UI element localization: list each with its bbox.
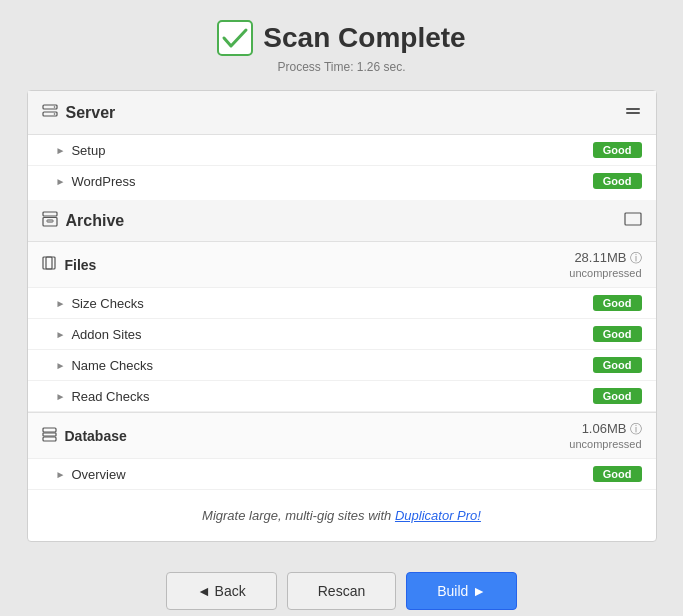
process-time: Process Time: 1.26 sec.	[217, 60, 465, 74]
server-wordpress-row: ► WordPress Good	[28, 166, 656, 196]
name-checks-badge: Good	[593, 357, 642, 373]
main-container: Scan Complete Process Time: 1.26 sec. Se…	[0, 20, 683, 616]
setup-badge: Good	[593, 142, 642, 158]
checkmark-icon	[217, 20, 253, 56]
server-icon	[42, 103, 58, 122]
name-checks-label: Name Checks	[71, 358, 153, 373]
addon-sites-label: Addon Sites	[71, 327, 141, 342]
scan-card: Server ► Setup Good ► WordPress	[27, 90, 657, 542]
svg-rect-11	[43, 257, 52, 269]
size-checks-badge: Good	[593, 295, 642, 311]
server-section-header: Server	[28, 91, 656, 135]
setup-chevron-icon: ►	[56, 145, 66, 156]
archive-section-title: Archive	[66, 212, 125, 230]
database-subsection-header: Database 1.06MB ⓘ uncompressed	[28, 412, 656, 459]
archive-section-body: Files 28.11MB ⓘ uncompressed ► Size Chec…	[28, 242, 656, 541]
files-size-label: uncompressed	[569, 267, 641, 279]
page-title: Scan Complete	[263, 22, 465, 54]
files-info-icon: ⓘ	[630, 251, 642, 265]
setup-label: Setup	[71, 143, 105, 158]
promo-link[interactable]: Duplicator Pro!	[395, 508, 481, 523]
svg-rect-13	[43, 428, 56, 432]
server-section-title: Server	[66, 104, 116, 122]
database-info-icon: ⓘ	[630, 422, 642, 436]
read-checks-label: Read Checks	[71, 389, 149, 404]
size-checks-row: ► Size Checks Good	[28, 288, 656, 319]
read-checks-chevron: ►	[56, 391, 66, 402]
files-subsection-header: Files 28.11MB ⓘ uncompressed	[28, 242, 656, 288]
archive-icon	[42, 211, 58, 230]
name-checks-chevron: ►	[56, 360, 66, 371]
files-subsection-title: Files	[65, 257, 97, 273]
database-icon	[42, 427, 57, 445]
size-checks-chevron: ►	[56, 298, 66, 309]
svg-rect-5	[626, 108, 640, 110]
database-subsection-title: Database	[65, 428, 127, 444]
server-setup-row: ► Setup Good	[28, 135, 656, 166]
wordpress-badge: Good	[593, 173, 642, 189]
addon-sites-chevron: ►	[56, 329, 66, 340]
promo-text: Migrate large, multi-gig sites with	[202, 508, 395, 523]
overview-label: Overview	[71, 467, 125, 482]
read-checks-badge: Good	[593, 388, 642, 404]
size-checks-label: Size Checks	[71, 296, 143, 311]
archive-section-header: Archive	[28, 200, 656, 242]
files-size: 28.11MB	[574, 250, 626, 265]
database-size-label: uncompressed	[569, 438, 641, 450]
promo-section: Migrate large, multi-gig sites with Dupl…	[28, 490, 656, 541]
server-collapse-icon[interactable]	[624, 101, 642, 124]
svg-rect-15	[43, 437, 56, 441]
overview-badge: Good	[593, 466, 642, 482]
overview-row: ► Overview Good	[28, 459, 656, 490]
svg-rect-10	[625, 213, 641, 225]
wordpress-label: WordPress	[71, 174, 135, 189]
addon-sites-row: ► Addon Sites Good	[28, 319, 656, 350]
archive-collapse-icon[interactable]	[624, 210, 642, 231]
header-section: Scan Complete Process Time: 1.26 sec.	[217, 20, 465, 74]
back-button[interactable]: ◄ Back	[166, 572, 277, 610]
svg-rect-9	[47, 220, 53, 222]
scan-complete-row: Scan Complete	[217, 20, 465, 56]
database-size: 1.06MB	[582, 421, 627, 436]
svg-rect-7	[43, 212, 57, 216]
svg-rect-12	[46, 257, 55, 269]
overview-chevron: ►	[56, 469, 66, 480]
name-checks-row: ► Name Checks Good	[28, 350, 656, 381]
read-checks-row: ► Read Checks Good	[28, 381, 656, 412]
footer-buttons: ◄ Back Rescan Build ►	[27, 562, 657, 616]
server-section-body: ► Setup Good ► WordPress Good	[28, 135, 656, 196]
files-icon	[42, 256, 57, 274]
svg-rect-14	[43, 433, 56, 436]
svg-point-4	[53, 113, 55, 115]
wordpress-chevron-icon: ►	[56, 176, 66, 187]
svg-rect-6	[626, 112, 640, 114]
build-button[interactable]: Build ►	[406, 572, 517, 610]
addon-sites-badge: Good	[593, 326, 642, 342]
svg-point-3	[53, 106, 55, 108]
rescan-button[interactable]: Rescan	[287, 572, 396, 610]
